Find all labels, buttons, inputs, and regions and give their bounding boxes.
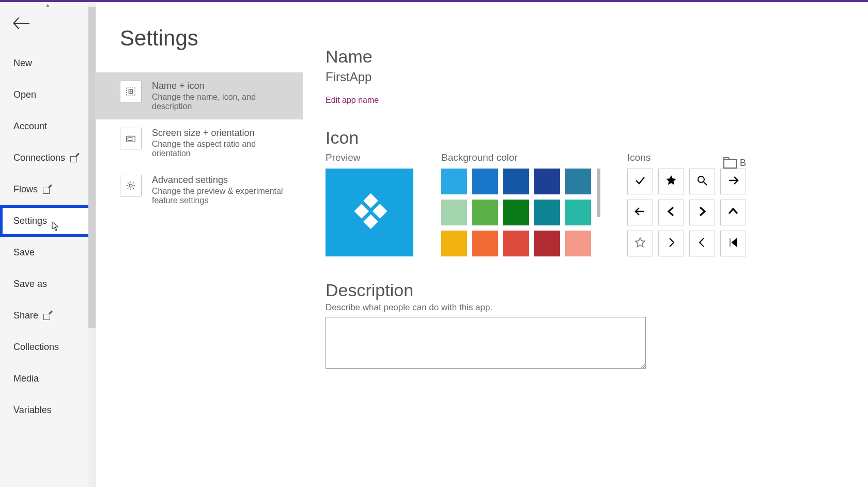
file-menu-sidebar: ▲ NewOpenAccountConnectionsFlowsSettings… <box>0 0 96 487</box>
bgcolor-swatch[interactable] <box>565 231 591 256</box>
chevron-up-bold-icon <box>727 205 739 220</box>
svg-rect-6 <box>354 204 369 219</box>
svg-rect-8 <box>363 214 378 229</box>
name-icon <box>120 81 142 102</box>
chevron-right-icon <box>665 236 677 251</box>
settings-card-name-icon[interactable]: Name + iconChange the name, icon, and de… <box>96 72 303 119</box>
sidebar-item-save-as[interactable]: Save as <box>0 268 96 300</box>
folder-icon <box>723 157 737 169</box>
name-heading: Name <box>326 47 868 67</box>
bgcolor-swatch[interactable] <box>534 231 560 256</box>
sidebar-item-settings[interactable]: Settings <box>0 205 96 237</box>
sidebar-item-open[interactable]: Open <box>0 79 96 111</box>
icon-tile[interactable] <box>720 231 746 256</box>
sidebar-item-connections[interactable]: Connections <box>0 142 96 174</box>
browse-label: B <box>740 158 746 169</box>
icon-tile[interactable] <box>658 200 684 225</box>
external-link-icon <box>43 186 51 193</box>
sidebar-item-label: Settings <box>13 216 47 226</box>
back-button[interactable] <box>0 8 96 38</box>
bgcolor-swatch[interactable] <box>472 231 498 256</box>
star-filled-icon <box>665 174 677 189</box>
bgcolor-swatch[interactable] <box>503 169 529 194</box>
icon-tile[interactable] <box>720 169 746 194</box>
sidebar-item-label: Connections <box>13 153 65 163</box>
bgcolor-swatch[interactable] <box>441 169 467 194</box>
icon-tile[interactable] <box>627 231 653 256</box>
sidebar-scrollbar-thumb[interactable] <box>88 7 96 328</box>
sidebar-item-media[interactable]: Media <box>0 363 96 394</box>
arrow-left-icon <box>634 205 646 220</box>
sidebar-scrollbar[interactable] <box>88 0 96 487</box>
description-input[interactable] <box>326 317 646 369</box>
bgcolor-scrollbar[interactable] <box>597 169 600 217</box>
settings-card-advanced-settings[interactable]: Advanced settingsChange the preview & ex… <box>96 166 303 214</box>
bgcolor-swatch[interactable] <box>472 169 498 194</box>
screen-icon <box>120 128 142 149</box>
sidebar-item-flows[interactable]: Flows <box>0 174 96 205</box>
sidebar-item-label: New <box>13 58 32 69</box>
settings-card-screen-size-orientation[interactable]: Screen size + orientationChange the aspe… <box>96 119 303 166</box>
bgcolor-swatch[interactable] <box>534 169 560 194</box>
sidebar-item-label: Share <box>13 310 38 321</box>
bgcolor-swatch[interactable] <box>472 200 498 225</box>
bgcolor-swatch[interactable] <box>503 231 529 256</box>
icons-label: Icons <box>627 152 650 163</box>
icon-tile[interactable] <box>658 231 684 256</box>
bgcolor-swatch[interactable] <box>534 200 560 225</box>
icon-tile[interactable] <box>658 169 684 194</box>
chevron-right-bold-icon <box>696 205 708 220</box>
edit-app-name-link[interactable]: Edit app name <box>326 96 379 105</box>
external-link-icon <box>43 312 52 319</box>
sidebar-item-label: Collections <box>13 342 59 353</box>
icon-tile[interactable] <box>627 200 653 225</box>
icon-tile[interactable] <box>689 169 715 194</box>
bgcolor-swatch[interactable] <box>441 200 467 225</box>
external-link-icon <box>70 155 79 162</box>
browse-icon-button[interactable]: B <box>723 157 746 169</box>
svg-point-4 <box>129 184 132 187</box>
star-outline-icon <box>634 236 646 251</box>
app-icon-diamonds <box>350 193 389 232</box>
sidebar-item-variables[interactable]: Variables <box>0 394 96 426</box>
chevron-left-icon <box>696 236 708 251</box>
settings-card-desc: Change the preview & experimental featur… <box>152 187 291 205</box>
icon-tile[interactable] <box>689 231 715 256</box>
search-icon <box>696 174 708 189</box>
sidebar-item-label: Open <box>13 89 36 100</box>
app-name-value: FirstApp <box>326 70 868 84</box>
icon-tile[interactable] <box>627 169 653 194</box>
sidebar-item-label: Save <box>13 247 35 258</box>
settings-card-desc: Change the aspect ratio and orientation <box>152 140 291 158</box>
sidebar-item-account[interactable]: Account <box>0 111 96 142</box>
sidebar-item-collections[interactable]: Collections <box>0 331 96 363</box>
sidebar-scroll-up[interactable]: ▲ <box>0 3 96 8</box>
chevron-left-bold-icon <box>665 205 677 220</box>
bgcolor-swatch[interactable] <box>441 231 467 256</box>
bgcolor-swatch[interactable] <box>503 200 529 225</box>
skip-first-icon <box>727 236 739 251</box>
icon-tile[interactable] <box>689 200 715 225</box>
sidebar-item-label: Save as <box>13 279 47 290</box>
settings-card-desc: Change the name, icon, and description <box>152 93 291 111</box>
svg-rect-3 <box>128 138 132 141</box>
sidebar-item-save[interactable]: Save <box>0 237 96 268</box>
back-arrow-icon <box>12 16 30 31</box>
sidebar-item-share[interactable]: Share <box>0 300 96 331</box>
sidebar-item-new[interactable]: New <box>0 48 96 79</box>
settings-card-title: Screen size + orientation <box>152 128 291 139</box>
app-title-bar <box>0 0 868 2</box>
sidebar-item-label: Account <box>13 121 47 132</box>
svg-rect-9 <box>724 159 736 168</box>
arrow-right-icon <box>727 174 739 189</box>
check-icon <box>634 174 646 189</box>
bgcolor-label: Background color <box>441 152 591 163</box>
sidebar-item-label: Media <box>13 373 39 384</box>
icon-preview <box>326 169 413 256</box>
sidebar-item-label: Flows <box>13 184 38 195</box>
icon-tile[interactable] <box>720 200 746 225</box>
preview-label: Preview <box>326 152 413 163</box>
gear-icon <box>120 175 142 196</box>
bgcolor-swatch[interactable] <box>565 200 591 225</box>
bgcolor-swatch[interactable] <box>565 169 591 194</box>
